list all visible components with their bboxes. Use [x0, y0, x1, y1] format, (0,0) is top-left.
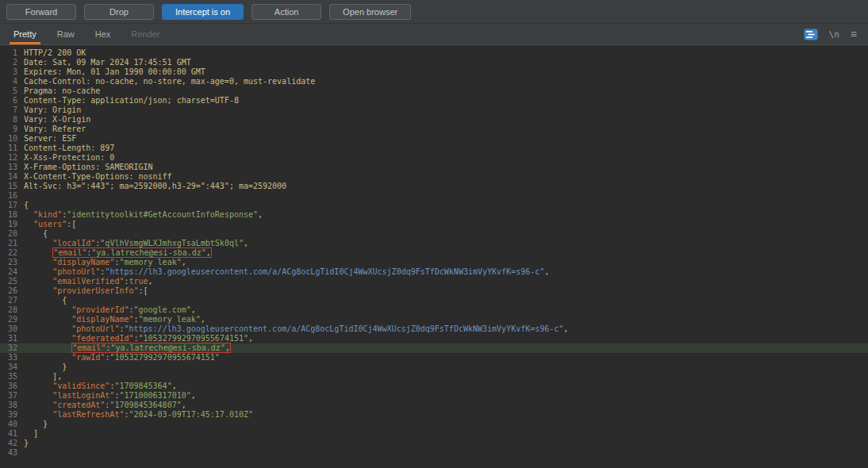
line-number: 7 [0, 105, 17, 115]
code-line[interactable]: 18 "kind":"identitytoolkit#GetAccountInf… [0, 210, 868, 220]
code-line[interactable]: 4Cache-Control: no-cache, no-store, max-… [0, 77, 868, 86]
editor-menu-icon[interactable]: ≡ [851, 29, 857, 40]
pretty-print-icon[interactable] [804, 29, 818, 40]
code-line[interactable]: 12X-Xss-Protection: 0 [0, 153, 868, 163]
code-line[interactable]: 9Vary: Referer [0, 125, 868, 134]
code-line[interactable]: 33 "rawId":"105327992970955674151" [0, 353, 868, 363]
line-number: 42 [0, 439, 17, 448]
code-line[interactable]: 23 "displayName":"memory leak", [0, 258, 868, 267]
tab-pretty[interactable]: Pretty [3, 24, 47, 44]
line-number: 29 [0, 315, 17, 324]
code-line[interactable]: 6Content-Type: application/json; charset… [0, 96, 868, 105]
line-number: 41 [0, 429, 17, 439]
line-number: 33 [0, 353, 17, 363]
code-line[interactable]: 41 ] [0, 429, 868, 439]
code-line[interactable]: 40 } [0, 420, 868, 429]
line-number: 9 [0, 125, 17, 134]
line-number: 20 [0, 229, 17, 239]
response-editor[interactable]: 1HTTP/2 200 OK2Date: Sat, 09 Mar 2024 17… [0, 45, 868, 468]
code-line[interactable]: 17{ [0, 201, 868, 210]
code-line[interactable]: 16 [0, 191, 868, 201]
line-number: 15 [0, 182, 17, 191]
code-line[interactable]: 30 "photoUrl":"https://lh3.googleusercon… [0, 324, 868, 334]
code-line[interactable]: 26 "providerUserInfo":[ [0, 286, 868, 296]
code-line[interactable]: 10Server: ESF [0, 134, 868, 144]
line-number: 5 [0, 86, 17, 96]
code-line[interactable]: 34 } [0, 363, 868, 372]
line-number: 28 [0, 305, 17, 315]
line-number: 30 [0, 324, 17, 334]
line-number: 8 [0, 115, 17, 125]
code-line[interactable]: 19 "users":[ [0, 220, 868, 229]
code-line[interactable]: 37 "lastLoginAt":"1710006317010", [0, 391, 868, 401]
line-number: 6 [0, 96, 17, 105]
line-number: 38 [0, 401, 17, 410]
code-line[interactable]: 28 "providerId":"google.com", [0, 305, 868, 315]
message-editor-tabbar: Pretty Raw Hex Render \n ≡ [0, 24, 868, 45]
code-line[interactable]: 25 "emailVerified":true, [0, 277, 868, 286]
annotation-red-box: "email":"ya.latreche@esi-sba.dz", [52, 247, 212, 258]
code-line[interactable]: 2Date: Sat, 09 Mar 2024 17:45:51 GMT [0, 58, 868, 67]
code-line[interactable]: 11Content-Length: 897 [0, 144, 868, 153]
code-line[interactable]: 1HTTP/2 200 OK [0, 48, 868, 58]
intercept-toggle-button[interactable]: Intercept is on [162, 4, 244, 20]
line-number: 22 [0, 248, 17, 258]
drop-button[interactable]: Drop [84, 4, 154, 20]
line-number: 3 [0, 67, 17, 77]
line-number: 18 [0, 210, 17, 220]
line-number: 35 [0, 372, 17, 382]
action-button[interactable]: Action [252, 4, 321, 20]
line-number: 17 [0, 201, 17, 210]
code-line[interactable]: 13X-Frame-Options: SAMEORIGIN [0, 163, 868, 172]
line-number: 37 [0, 391, 17, 401]
code-line[interactable]: 29 "displayName":"memory leak", [0, 315, 868, 324]
line-number: 36 [0, 382, 17, 391]
code-line[interactable]: 24 "photoUrl":"https://lh3.googleusercon… [0, 267, 868, 277]
code-line[interactable]: 3Expires: Mon, 01 Jan 1990 00:00:00 GMT [0, 67, 868, 77]
code-line[interactable]: 38 "createdAt":"1709845364807", [0, 401, 868, 410]
code-line[interactable]: 27 { [0, 296, 868, 305]
line-number: 4 [0, 77, 17, 86]
tab-render[interactable]: Render [121, 24, 170, 44]
newline-toggle-icon[interactable]: \n [829, 29, 839, 40]
annotation-red-box: "email":"ya.latreche@esi-sba.dz", [71, 343, 231, 353]
code-line[interactable]: 42} [0, 439, 868, 448]
line-number: 1 [0, 48, 17, 58]
intercept-toolbar: Forward Drop Intercept is on Action Open… [0, 0, 868, 24]
line-number: 11 [0, 144, 17, 153]
tab-raw[interactable]: Raw [47, 24, 85, 44]
line-number: 21 [0, 239, 17, 248]
code-line[interactable]: 7Vary: Origin [0, 105, 868, 115]
line-number: 23 [0, 258, 17, 267]
code-line[interactable]: 39 "lastRefreshAt":"2024-03-09T17:45:17.… [0, 410, 868, 420]
code-lines: 1HTTP/2 200 OK2Date: Sat, 09 Mar 2024 17… [0, 48, 868, 458]
line-number: 26 [0, 286, 17, 296]
line-number: 10 [0, 134, 17, 144]
line-number: 16 [0, 191, 17, 201]
line-number: 31 [0, 334, 17, 343]
line-number: 34 [0, 363, 17, 372]
burp-intercept-window: Forward Drop Intercept is on Action Open… [0, 0, 868, 468]
code-line[interactable]: 32 "email":"ya.latreche@esi-sba.dz", [0, 343, 868, 353]
code-line[interactable]: 15Alt-Svc: h3=":443"; ma=2592000,h3-29="… [0, 182, 868, 191]
code-line[interactable]: 36 "validSince":"1709845364", [0, 382, 868, 391]
code-line[interactable]: 35 ], [0, 372, 868, 382]
code-line[interactable]: 43 [0, 448, 868, 458]
forward-button[interactable]: Forward [6, 4, 76, 20]
line-number: 25 [0, 277, 17, 286]
line-number: 14 [0, 172, 17, 182]
code-line[interactable]: 8Vary: X-Origin [0, 115, 868, 125]
code-line[interactable]: 5Pragma: no-cache [0, 86, 868, 96]
line-number: 39 [0, 410, 17, 420]
code-line[interactable]: 20 { [0, 229, 868, 239]
line-number: 24 [0, 267, 17, 277]
line-number: 40 [0, 420, 17, 429]
tab-hex[interactable]: Hex [85, 24, 121, 44]
code-line[interactable]: 22 "email":"ya.latreche@esi-sba.dz", [0, 248, 868, 258]
line-number: 27 [0, 296, 17, 305]
line-number: 43 [0, 448, 17, 458]
open-browser-button[interactable]: Open browser [329, 4, 411, 20]
code-line[interactable]: 14X-Content-Type-Options: nosniff [0, 172, 868, 182]
editor-toolbar-icons: \n ≡ [804, 24, 868, 44]
line-number: 2 [0, 58, 17, 67]
